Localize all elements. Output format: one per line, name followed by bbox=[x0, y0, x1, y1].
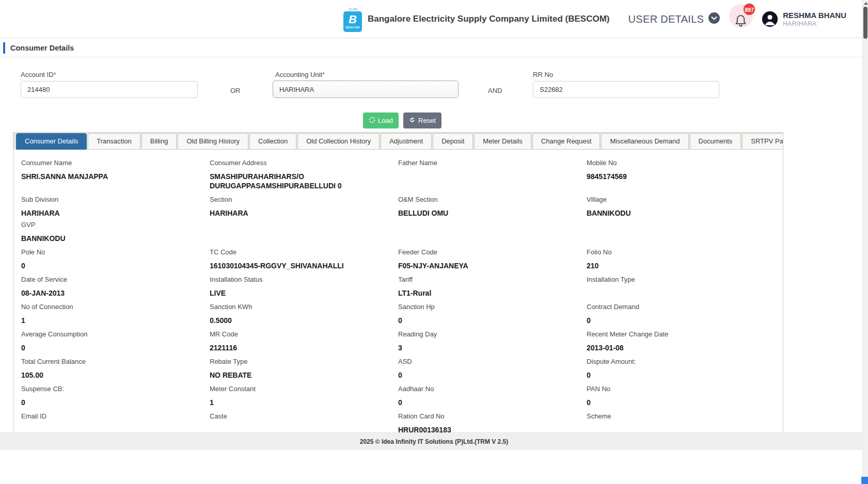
refresh-icon bbox=[409, 117, 416, 125]
field-label: TC Code bbox=[210, 248, 387, 256]
details-row: Pole No0TC Code161030104345-RGGVY_SHIVAN… bbox=[21, 248, 775, 270]
tab-meter-details[interactable]: Meter Details bbox=[474, 133, 531, 150]
tab-deposit[interactable]: Deposit bbox=[433, 133, 473, 150]
field-rebate-type: Rebate TypeNO REBATE bbox=[210, 358, 398, 380]
field-contract-demand: Contract Demand0 bbox=[587, 303, 775, 325]
field-label: Dispute Amount: bbox=[587, 358, 764, 366]
field-sanction-kwh: Sanction KWh0.5000 bbox=[210, 303, 398, 325]
field-installation-status: Installation StatusLIVE bbox=[210, 276, 398, 298]
field-value: BANNIKODU bbox=[21, 234, 198, 243]
footer: 2025 © Idea Infinity IT Solutions (P)Ltd… bbox=[0, 432, 868, 450]
field-label: Mobile No bbox=[587, 159, 764, 167]
field-total-current-balance: Total Current Balance105.00 bbox=[21, 358, 210, 380]
details-row: Date of Service08-JAN-2013Installation S… bbox=[21, 276, 775, 298]
tab-billing[interactable]: Billing bbox=[141, 133, 177, 150]
field-label: Consumer Address bbox=[210, 159, 387, 167]
field-value: HARIHARA bbox=[210, 208, 387, 218]
user-location: HARIHARA bbox=[783, 20, 846, 28]
field-installation-type: Installation Type bbox=[587, 276, 775, 298]
field-value: 1 bbox=[210, 398, 387, 407]
scrollbar-thumb[interactable] bbox=[863, 7, 867, 39]
tab-change-request[interactable]: Change Request bbox=[532, 133, 601, 150]
notifications[interactable]: 897 bbox=[734, 11, 748, 27]
rr-no-input[interactable] bbox=[533, 81, 719, 98]
tab-old-collection-history[interactable]: Old Collection History bbox=[297, 133, 380, 150]
field-sub-division: Sub DivisionHARIHARAGVPBANNIKODU bbox=[21, 196, 210, 243]
field-value: 0 bbox=[398, 370, 575, 380]
field-value: 0 bbox=[587, 370, 764, 380]
field-value: 9845174569 bbox=[587, 172, 764, 181]
tab-adjustment[interactable]: Adjustment bbox=[381, 133, 432, 150]
tab-transaction[interactable]: Transaction bbox=[88, 133, 140, 150]
details-row: No of Connection1Sanction KWh0.5000Sanct… bbox=[21, 303, 775, 325]
field-label: Tariff bbox=[398, 276, 575, 284]
chevron-down-icon[interactable] bbox=[708, 12, 720, 26]
field-average-consumption: Average Consumption0 bbox=[21, 330, 210, 352]
header-right: USER DETAILS 897 bbox=[628, 0, 846, 38]
field-ration-card-no: Ration Card NoHRUR00136183 bbox=[398, 412, 587, 434]
field-consumer-name: Consumer NameSHRI.SANNA MANJAPPA bbox=[21, 159, 210, 190]
tab-documents[interactable]: Documents bbox=[690, 133, 741, 150]
field-label: Sanction KWh bbox=[210, 303, 387, 311]
scroll-up-arrow-icon[interactable] bbox=[864, 2, 868, 5]
field-dispute-amount: Dispute Amount:0 bbox=[587, 358, 775, 380]
required-asterisk: * bbox=[54, 71, 56, 78]
field-label: Folio No bbox=[587, 248, 764, 256]
field-label: Total Current Balance bbox=[21, 358, 198, 366]
bell-icon[interactable] bbox=[734, 12, 748, 29]
bottom-mask bbox=[0, 450, 868, 484]
field-suspense-cb: Suspense CB:0 bbox=[21, 385, 210, 407]
field-caste: Caste bbox=[210, 412, 398, 434]
field-no-of-connection: No of Connection1 bbox=[21, 303, 210, 325]
field-value: 0 bbox=[587, 316, 764, 325]
field-label: Date of Service bbox=[21, 276, 198, 284]
field-label: Section bbox=[210, 196, 387, 204]
field-value: 0 bbox=[21, 398, 198, 407]
field-mr-code: MR Code2121116 bbox=[210, 330, 398, 352]
field-value: 3 bbox=[398, 343, 575, 352]
field-reading-day: Reading Day3 bbox=[398, 330, 587, 352]
or-label: OR bbox=[230, 87, 241, 94]
and-label: AND bbox=[488, 87, 502, 94]
field-label: Feeder Code bbox=[398, 248, 575, 256]
field-value: HARIHARA bbox=[21, 208, 198, 218]
logo-kannada-text: ಬೆವಿಕಂ bbox=[343, 7, 363, 11]
bescom-logo-icon: ಬೆವಿಕಂ B BESCOM bbox=[343, 7, 363, 32]
account-id-input[interactable] bbox=[21, 81, 198, 98]
tab-collection[interactable]: Collection bbox=[249, 133, 296, 150]
section-titlebar: Consumer Details bbox=[0, 39, 868, 57]
field-label: Email ID bbox=[21, 412, 198, 421]
tab-miscellaneous-demand[interactable]: Miscellaneous Demand bbox=[601, 133, 688, 150]
field-label: Meter Constant bbox=[210, 385, 387, 393]
field-value: 08-JAN-2013 bbox=[21, 288, 198, 298]
user-profile[interactable]: RESHMA BHANU HARIHARA bbox=[762, 11, 846, 28]
field-recent-meter-change-date: Recent Meter Change Date2013-01-08 bbox=[587, 330, 775, 352]
field-value: 0 bbox=[398, 398, 575, 407]
field-value bbox=[587, 288, 764, 298]
load-button[interactable]: Load bbox=[363, 112, 399, 128]
tab-panel: Consumer DetailsTransactionBillingOld Bi… bbox=[13, 132, 783, 484]
field-label: Ration Card No bbox=[398, 412, 575, 421]
tab-consumer-details[interactable]: Consumer Details bbox=[16, 133, 87, 150]
tab-srtpv-payment-details[interactable]: SRTPV Payment Details bbox=[742, 133, 783, 150]
field-feeder-code: Feeder CodeF05-NJY-ANJANEYA bbox=[398, 248, 587, 270]
tab-old-billing-history[interactable]: Old Billing History bbox=[178, 133, 248, 150]
field-value bbox=[398, 172, 575, 181]
accent-bar bbox=[3, 42, 5, 54]
reset-button[interactable]: Reset bbox=[403, 112, 441, 128]
accounting-unit-select[interactable] bbox=[273, 80, 459, 98]
page-title: Consumer Details bbox=[10, 39, 74, 57]
details-row: Email IDCasteRation Card NoHRUR00136183S… bbox=[21, 412, 775, 434]
field-scheme: Scheme bbox=[587, 412, 775, 434]
user-details-menu[interactable]: USER DETAILS bbox=[628, 12, 720, 26]
field-label: Aadhaar No bbox=[398, 385, 575, 393]
field-value: 0 bbox=[21, 261, 198, 270]
field-value: 0 bbox=[398, 316, 575, 325]
rr-no-label: RR No bbox=[533, 71, 553, 78]
field-label: Installation Type bbox=[587, 276, 764, 284]
vertical-scrollbar[interactable] bbox=[862, 0, 868, 484]
field-asd: ASD0 bbox=[398, 358, 587, 380]
field-label: Scheme bbox=[587, 412, 764, 421]
field-tc-code: TC Code161030104345-RGGVY_SHIVANAHALLI bbox=[210, 248, 398, 270]
field-section: SectionHARIHARA bbox=[210, 196, 398, 243]
